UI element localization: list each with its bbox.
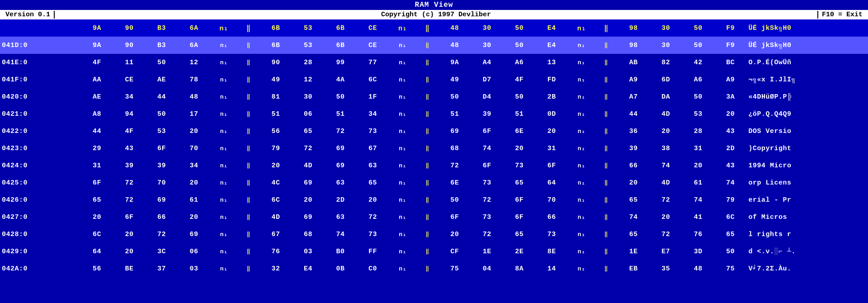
col-header-hex-10: n₁	[389, 19, 416, 37]
hex-cell: n₁	[568, 157, 595, 174]
ascii-cell: orp Licens	[747, 174, 868, 191]
hex-cell: C0	[357, 260, 389, 277]
hex-cell: 20	[503, 140, 536, 157]
hex-cell: 65	[618, 226, 650, 243]
addr-cell: 042A:0	[0, 260, 81, 277]
hex-cell: ‖	[595, 71, 617, 88]
hex-cell: 6C	[81, 226, 113, 243]
hex-cell: 73	[503, 157, 536, 174]
hex-cell: 20	[357, 191, 389, 208]
hex-cell: n₁	[568, 123, 595, 140]
hex-cell: 50	[439, 88, 471, 105]
hex-cell: 4D	[650, 105, 682, 123]
hex-cell: 20	[259, 157, 292, 174]
col-header-hex-9: CE	[357, 19, 389, 37]
ascii-cell: ÜÉ jkSk╗H0	[747, 37, 868, 54]
hex-cell: 73	[471, 208, 503, 226]
hex-cell: 6F	[81, 174, 113, 191]
hex-cell: 31	[81, 157, 113, 174]
addr-cell: 0422:0	[0, 123, 81, 140]
hex-cell: ‖	[237, 54, 259, 71]
hex-cell: ‖	[595, 37, 617, 54]
col-header-hex-7: 53	[292, 19, 325, 37]
hex-cell: 77	[357, 54, 389, 71]
hex-cell: ‖	[237, 243, 259, 260]
hex-cell: n₁	[568, 174, 595, 191]
col-header-hex-2: B3	[146, 19, 178, 37]
ascii-cell: DOS Versio	[747, 123, 868, 140]
hex-cell: 50	[146, 54, 178, 71]
hex-cell: n₁	[389, 140, 416, 157]
hex-cell: FF	[357, 243, 389, 260]
col-header-hex-0: 9A	[81, 19, 113, 37]
hex-cell: ‖	[595, 105, 617, 123]
ascii-cell: ¿öP.Q.Q4Q9	[747, 105, 868, 123]
hex-cell: 66	[146, 208, 178, 226]
table-row: 0428:06C207269n₁‖67687473n₁‖20726573n₁‖6…	[0, 226, 868, 243]
hex-cell: 65	[618, 191, 650, 208]
hex-cell: n₁	[389, 157, 416, 174]
hex-cell: 72	[650, 226, 682, 243]
hex-cell: 50	[324, 88, 357, 105]
hex-cell: ‖	[416, 157, 439, 174]
hex-cell: 4C	[259, 174, 292, 191]
hex-cell: 65	[292, 123, 325, 140]
hex-cell: 75	[714, 260, 747, 277]
hex-cell: 6B	[324, 37, 357, 54]
col-header-hex-1: 90	[113, 19, 146, 37]
table-row: 0423:029436F70n₁‖79726967n₁‖68742031n₁‖3…	[0, 140, 868, 157]
hex-cell: n₁	[568, 226, 595, 243]
hex-cell: 28	[682, 123, 715, 140]
ram-view-container: 9A90B36An₁‖6B536BCEn₁‖483050E4n₁‖983050F…	[0, 19, 868, 277]
hex-cell: 66	[535, 208, 568, 226]
hex-cell: 72	[357, 208, 389, 226]
hex-cell: 73	[357, 123, 389, 140]
hex-cell: 4D	[292, 157, 325, 174]
hex-cell: 20	[81, 208, 113, 226]
hex-cell: 43	[714, 157, 747, 174]
hex-cell: 4F	[503, 71, 536, 88]
hex-cell: 6C	[259, 191, 292, 208]
hex-cell: 11	[113, 54, 146, 71]
hex-cell: ‖	[595, 54, 617, 71]
hex-cell: CF	[439, 243, 471, 260]
table-row: 0420:0AE344448n₁‖8130501Fn₁‖50D4502Bn₁‖A…	[0, 88, 868, 105]
hex-cell: 73	[471, 174, 503, 191]
hex-cell: n₁	[568, 37, 595, 54]
hex-cell: n₁	[210, 157, 237, 174]
hex-cell: FD	[535, 71, 568, 88]
hex-cell: 1E	[618, 243, 650, 260]
hex-cell: BC	[714, 54, 747, 71]
hex-cell: 50	[682, 88, 715, 105]
hex-cell: 69	[292, 174, 325, 191]
copyright-label: Copyright (c) 1997 Devliber	[55, 11, 817, 19]
hex-cell: 20	[178, 208, 210, 226]
hex-cell: 48	[439, 37, 471, 54]
hex-cell: 29	[81, 140, 113, 157]
hex-cell: AB	[618, 54, 650, 71]
hex-cell: 51	[439, 105, 471, 123]
hex-cell: 94	[113, 105, 146, 123]
hex-cell: 72	[650, 191, 682, 208]
ascii-cell: l rights r	[747, 226, 868, 243]
hex-cell: 6D	[650, 71, 682, 88]
hex-cell: 76	[259, 243, 292, 260]
hex-cell: 3D	[682, 243, 715, 260]
hex-cell: ‖	[237, 260, 259, 277]
table-row: 0424:031393934n₁‖204D6963n₁‖726F736Fn₁‖6…	[0, 157, 868, 174]
hex-cell: AA	[81, 71, 113, 88]
hex-cell: B3	[146, 37, 178, 54]
hex-cell: n₁	[389, 37, 416, 54]
hex-cell: E4	[535, 37, 568, 54]
hex-cell: 6F	[471, 157, 503, 174]
hex-cell: 20	[113, 243, 146, 260]
hex-cell: 48	[682, 260, 715, 277]
table-row: 041F:0AACEAE78n₁‖49124A6Cn₁‖49D74FFDn₁‖A…	[0, 71, 868, 88]
hex-cell: 13	[535, 54, 568, 71]
hex-cell: 6C	[714, 208, 747, 226]
hex-cell: 81	[259, 88, 292, 105]
col-header-hex-11: ‖	[416, 19, 439, 37]
hex-cell: 72	[113, 191, 146, 208]
hex-cell: 34	[178, 157, 210, 174]
hex-cell: 50	[714, 243, 747, 260]
